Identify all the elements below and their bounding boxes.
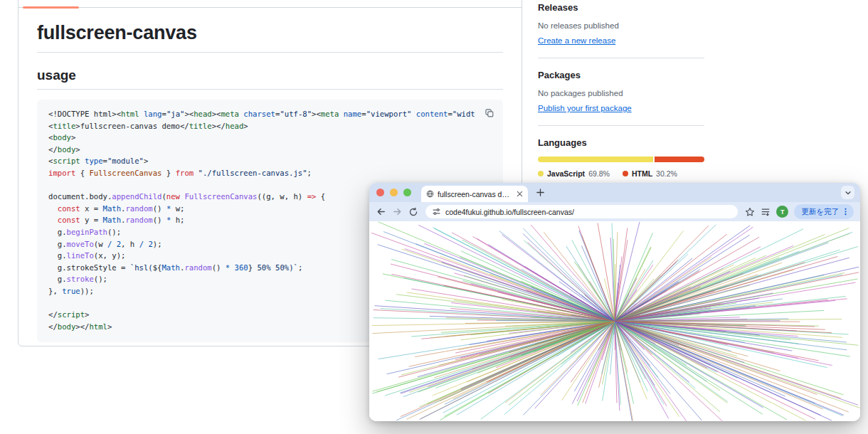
more-vert-icon[interactable] xyxy=(841,207,850,216)
plus-icon xyxy=(536,188,545,197)
language-bar-segment-javascript[interactable] xyxy=(538,157,653,162)
language-bar[interactable] xyxy=(538,157,704,162)
site-settings-icon xyxy=(432,207,441,216)
forward-button[interactable] xyxy=(392,206,403,217)
tab-title: fullscreen-canvas demo xyxy=(438,190,513,199)
html-dot-icon xyxy=(623,171,628,176)
language-name: HTML xyxy=(632,169,652,178)
copy-icon xyxy=(485,108,494,118)
releases-empty-text: No releases published xyxy=(538,21,704,30)
reading-list-button[interactable] xyxy=(761,207,771,217)
readme-title: fullscreen-canvas xyxy=(37,20,503,53)
browser-window: fullscreen-canvas demo code4fukui.github… xyxy=(369,183,860,421)
language-percent: 69.8% xyxy=(588,169,610,178)
window-close-button[interactable] xyxy=(376,189,384,196)
sidebar-divider xyxy=(538,125,704,126)
chrome-update-button[interactable]: 更新を完了 xyxy=(794,204,854,219)
new-tab-button[interactable] xyxy=(536,188,545,197)
star-icon xyxy=(745,207,755,217)
publish-package-link[interactable]: Publish your first package xyxy=(538,104,632,112)
readme-active-tab-underline xyxy=(23,6,79,9)
language-legend: JavaScript 69.8% HTML 30.2% xyxy=(538,169,704,178)
chevron-down-icon xyxy=(845,189,852,196)
browser-viewport xyxy=(369,221,860,421)
page: { "readme_card": { "active_tab_underline… xyxy=(0,0,868,434)
repo-sidebar: Releases No releases published Create a … xyxy=(538,0,704,178)
releases-heading: Releases xyxy=(538,2,704,13)
window-minimize-button[interactable] xyxy=(390,189,398,196)
sidebar-divider xyxy=(538,58,704,58)
profile-avatar[interactable]: T xyxy=(776,206,788,218)
tab-search-button[interactable] xyxy=(841,186,854,199)
language-item-javascript[interactable]: JavaScript 69.8% xyxy=(538,169,610,178)
browser-tab[interactable]: fullscreen-canvas demo xyxy=(421,186,528,202)
traffic-lights xyxy=(369,189,411,196)
packages-heading: Packages xyxy=(538,70,704,80)
back-button[interactable] xyxy=(376,206,386,217)
browser-tab-strip: fullscreen-canvas demo xyxy=(369,183,860,202)
reload-button[interactable] xyxy=(408,207,418,217)
reload-icon xyxy=(408,207,418,217)
languages-heading: Languages xyxy=(538,137,704,148)
usage-section-heading: usage xyxy=(37,67,503,90)
tab-close-icon[interactable] xyxy=(517,191,523,197)
reading-list-icon xyxy=(761,207,771,217)
update-button-label: 更新を完了 xyxy=(801,207,839,217)
window-zoom-button[interactable] xyxy=(403,189,411,196)
bookmark-button[interactable] xyxy=(745,207,755,217)
packages-empty-text: No packages published xyxy=(538,89,704,97)
forward-arrow-icon xyxy=(392,206,403,217)
fullscreen-canvas-demo[interactable] xyxy=(369,221,860,421)
address-bar[interactable]: code4fukui.github.io/fullscreen-canvas/ xyxy=(425,205,738,218)
back-arrow-icon xyxy=(376,206,386,217)
globe-icon xyxy=(426,190,434,198)
url-text: code4fukui.github.io/fullscreen-canvas/ xyxy=(445,208,574,216)
language-item-html[interactable]: HTML 30.2% xyxy=(623,169,677,178)
language-percent: 30.2% xyxy=(656,169,677,178)
javascript-dot-icon xyxy=(538,171,544,176)
copy-code-button[interactable] xyxy=(481,105,498,122)
language-bar-segment-html[interactable] xyxy=(655,157,704,162)
create-release-link[interactable]: Create a new release xyxy=(538,36,615,45)
language-name: JavaScript xyxy=(547,169,585,178)
browser-toolbar: code4fukui.github.io/fullscreen-canvas/ … xyxy=(369,202,860,221)
readme-tab-header xyxy=(18,0,522,8)
